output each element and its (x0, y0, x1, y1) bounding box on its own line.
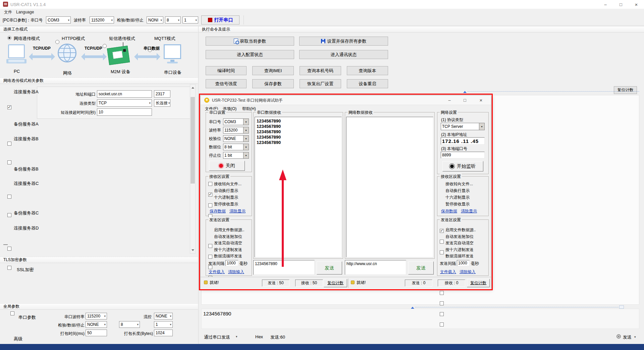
get-params-button[interactable]: 获取当前参数 (206, 37, 294, 46)
server-a-port-input[interactable]: 2317 (154, 90, 170, 98)
ssl-checkbox[interactable] (10, 311, 14, 315)
overlay-maximize-button[interactable]: □ (458, 95, 472, 105)
load-file-link-l[interactable]: 文件载入 (209, 269, 225, 275)
server-d-checkbox[interactable] (7, 266, 11, 270)
device-restart-button[interactable]: 设备重启 (347, 79, 388, 88)
clear-display-link-l[interactable]: 清除显示 (229, 208, 246, 214)
clear-input-link-r[interactable]: 清除输入 (460, 269, 476, 275)
ov-close-serial-button[interactable]: 关闭 (209, 161, 245, 171)
net-send-input[interactable]: http://www.usr.cn (345, 260, 406, 275)
reset-count-button-right[interactable]: 复位计数 (467, 279, 490, 287)
ov-databits-select[interactable]: 8 bit (223, 144, 249, 150)
local-port-input[interactable]: 8899 (441, 152, 485, 158)
factory-reset-button[interactable]: 恢复出厂设置 (300, 79, 341, 88)
server-b-checkbox[interactable] (7, 160, 11, 164)
minimize-button[interactable]: – (598, 0, 613, 9)
clear-display-link-r[interactable]: 清除显示 (461, 208, 477, 214)
splitter-marker-top-icon[interactable] (463, 89, 467, 93)
backup-server-a-checkbox[interactable] (7, 142, 11, 146)
scroll-up-button[interactable] (190, 85, 195, 90)
auto-wrap-checkbox-l[interactable] (208, 193, 212, 197)
global-parity-select[interactable]: NONE (86, 321, 107, 328)
query-signal-button[interactable]: 查信号强度 (206, 79, 247, 88)
stopbits-select[interactable]: 1 (182, 16, 198, 23)
timeout-input[interactable]: 10 (97, 108, 152, 116)
main-send-caret-icon[interactable]: ▾ (634, 335, 636, 339)
open-serial-button[interactable]: 打开串口 (201, 15, 239, 24)
close-button[interactable]: × (629, 0, 644, 9)
net-send-button[interactable]: 发送 (408, 261, 434, 274)
enter-comm-button[interactable]: 进入通讯状态 (299, 50, 388, 59)
splitter-bottom[interactable] (415, 307, 619, 307)
reset-count-button-left[interactable]: 复位计数 (324, 279, 347, 287)
ov-baud-select[interactable]: 115200 (223, 127, 249, 134)
query-number-button[interactable]: 查询本机号码 (300, 66, 341, 75)
clear-input-link-l[interactable]: 清除输入 (228, 269, 244, 275)
conn-type-select[interactable]: TCP (97, 99, 152, 107)
compile-time-button[interactable]: 编译时间 (206, 66, 247, 75)
interval-input-r[interactable]: 1000 (457, 260, 470, 266)
main-send-area[interactable] (201, 309, 639, 329)
packlen-input[interactable]: 1024 (154, 330, 173, 336)
flow-select[interactable]: NONE (154, 313, 173, 319)
conn-mode-select[interactable]: 长连接 (154, 99, 170, 107)
radio-net-passthrough[interactable] (7, 36, 11, 40)
params-scrollbar[interactable] (190, 84, 196, 254)
query-version-button[interactable]: 查询版本 (347, 66, 388, 75)
server-c-checkbox[interactable] (7, 213, 11, 217)
databits-select[interactable]: 8 (165, 16, 181, 23)
maximize-button[interactable]: □ (613, 0, 629, 9)
backup-server-c-checkbox[interactable] (7, 247, 11, 251)
menu-language[interactable]: Language (16, 10, 34, 14)
splitter-top[interactable] (468, 91, 639, 92)
overlay-minimize-button[interactable]: – (443, 95, 456, 105)
local-ip-input[interactable]: 172.16 .11 .45 (441, 137, 485, 145)
enter-config-button[interactable]: 进入配置状态 (206, 50, 294, 59)
server-a-address-input[interactable]: socket.usr.cn (97, 90, 152, 98)
overlay-close-button[interactable]: × (473, 95, 489, 105)
save-data-link-r[interactable]: 保存数据 (441, 208, 457, 214)
menu-file[interactable]: 文件 (4, 10, 12, 14)
set-save-params-button[interactable]: 设置并保存所有参数 (299, 37, 388, 46)
baud-select[interactable]: 115200 (90, 16, 114, 23)
send-via-caret-icon[interactable]: ▾ (236, 335, 237, 338)
main-send-button[interactable]: 发送 (623, 334, 632, 340)
file-source-checkbox-l[interactable] (208, 244, 212, 248)
net-recv-textarea[interactable] (346, 117, 433, 257)
start-listen-button[interactable]: 开始监听 (442, 161, 483, 171)
load-file-link-r[interactable]: 文件载入 (440, 269, 456, 275)
auto-append-checkbox-r[interactable] (440, 291, 444, 295)
parity-select[interactable]: NONI (147, 16, 163, 23)
send-via-serial-dropdown[interactable]: 通过串口发送 (204, 334, 230, 340)
scroll-down-button[interactable] (190, 248, 195, 253)
radio-httpd[interactable] (55, 40, 59, 44)
auto-append-checkbox-l[interactable] (208, 255, 212, 259)
server-a-checkbox[interactable] (7, 105, 11, 109)
loop-send-checkbox-r[interactable] (440, 322, 444, 327)
overlay-menu-help[interactable]: 帮助(H) (242, 106, 256, 111)
global-stopbits-select[interactable]: 1 (154, 321, 173, 328)
save-data-link-l[interactable]: 保存数据 (210, 208, 226, 214)
splitter-marker-bottom-icon[interactable] (411, 305, 414, 309)
recv-to-file-checkbox-l[interactable] (208, 182, 212, 186)
protocol-select[interactable]: TCP Server (441, 123, 485, 130)
interval-input-l[interactable]: 1000 (225, 260, 238, 266)
packtime-input[interactable]: 50 (86, 330, 107, 336)
hex-display-checkbox-l[interactable] (208, 203, 212, 207)
ov-stopbits-select[interactable]: 1 bit (223, 152, 249, 159)
ov-com-select[interactable]: COM3 (223, 118, 249, 125)
backup-server-b-checkbox[interactable] (7, 195, 11, 199)
ov-parity-select[interactable]: NONE (223, 135, 249, 142)
global-databits-select[interactable]: 8 (119, 321, 140, 328)
serial-recv-textarea[interactable]: 1234567890 1234567890 1234567890 1234567… (255, 117, 342, 257)
serial-send-button[interactable]: 发送 (317, 261, 342, 274)
clear-after-send-checkbox-r[interactable] (440, 301, 444, 305)
splitter-handle[interactable] (619, 305, 624, 309)
main-reset-count-button[interactable]: 复位计数 (614, 86, 637, 94)
com-port-select[interactable]: COM3 (46, 16, 71, 23)
scrollbar-thumb[interactable] (191, 97, 195, 184)
radio-sms[interactable] (103, 44, 107, 48)
global-baud-select[interactable]: 115200 (86, 313, 107, 319)
send-as-hex-checkbox-r[interactable] (440, 312, 444, 316)
save-params-button[interactable]: 保存参数 (252, 79, 294, 88)
